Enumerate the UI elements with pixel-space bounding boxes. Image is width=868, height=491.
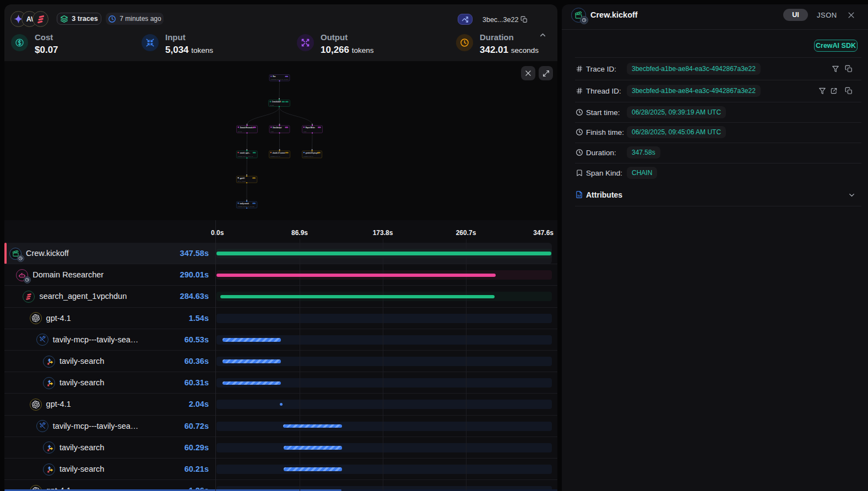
timeline-row-tavily-mcp---tavily-sea-[interactable]: tavily-mcp---tavily-sea…60.53s (4, 329, 557, 351)
graph-node-gpt[interactable]: gpt-4.1gpt-4.1 - openai (236, 176, 257, 183)
graph-node-claude[interactable]: claude-3.7-sonnet06/28/25, 09:44 AM (269, 150, 290, 158)
hash-icon (576, 87, 583, 95)
span-name: Crew.kickoff (26, 243, 69, 264)
last-updated-chip: 7 minutes ago (106, 13, 164, 25)
field-value[interactable]: 06/28/2025, 09:39:19 AM UTC (627, 106, 726, 118)
field-value[interactable]: 3becbfed-a1be-ae84-ea3c-4942867a3e22 (627, 85, 761, 97)
field-divider (575, 57, 861, 58)
span-name: Domain Researcher (32, 264, 104, 286)
trace-analytics-button[interactable] (458, 14, 473, 25)
field-value[interactable]: 3becbfed-a1be-ae84-ea3c-4942867a3e22 (627, 63, 761, 75)
field-label: Trace ID: (586, 64, 616, 73)
timeline-row-crew.kickoff[interactable]: Crew.kickoff347.58s (4, 243, 557, 264)
svg-text:290.01s: 290.01s (238, 131, 242, 132)
duration-track (216, 465, 552, 474)
svg-text:gpt-4.1 - openai: gpt-4.1 - openai (238, 181, 246, 182)
expand-icon (542, 70, 550, 77)
copy-button[interactable] (845, 65, 853, 73)
tab-json[interactable]: JSON (817, 11, 837, 19)
graph-node-data[interactable]: Data Analyst1 task (269, 125, 290, 133)
graph-node-search[interactable]: search_agen...06/28/25, 09:39 AM - 09:44… (236, 150, 257, 159)
duration-bar[interactable] (283, 424, 341, 428)
input-icon (142, 34, 159, 51)
filter-button[interactable] (818, 87, 826, 95)
file-chart-icon (575, 190, 583, 199)
span-duration: 60.53s (185, 329, 209, 351)
crewai-avatar (32, 11, 48, 27)
graph-node-tavily[interactable]: tavily-search06/28/25, 09:39:25 AM - 09:… (236, 201, 257, 209)
timeline-row-gpt-4.1[interactable]: gpt-4.12.04s (4, 394, 557, 415)
collapse-header-button[interactable] (539, 31, 547, 39)
graph-edge (279, 107, 312, 126)
crewai-row-icon (23, 291, 35, 303)
field-span-kind: Span Kind:CHAIN (562, 163, 868, 183)
svg-text:Report Writer: Report Writer (306, 127, 315, 129)
axis-tick-label: 347.6s (533, 229, 554, 237)
tools-row-icon (36, 334, 48, 346)
svg-text:gpt-4.1: gpt-4.1 (240, 177, 245, 179)
edge-endpoint (312, 124, 313, 125)
history-clock-icon (582, 18, 587, 23)
timeline-row-tavily-search[interactable]: tavily-search60.29s (4, 437, 557, 459)
span-name: search_agent_1vpchdun (39, 286, 127, 307)
span-name: gpt-4.1 (46, 394, 71, 415)
span-detail-panel: Crew.kickoff UI JSON CrewAI SDK Trace ID… (562, 4, 868, 491)
timeline-row-tavily-search[interactable]: tavily-search60.31s (4, 372, 557, 394)
history-clock-icon (17, 255, 25, 263)
tab-ui[interactable]: UI (783, 9, 808, 21)
graph-node-domain[interactable]: Domain Research...290.01s (237, 125, 258, 133)
field-thread-id: Thread ID:3becbfed-a1be-ae84-ea3c-494286… (562, 80, 868, 102)
svg-text:Crew.kickoff: Crew.kickoff (272, 101, 281, 103)
timeline-row-gpt-4.1[interactable]: gpt-4.11.54s (4, 308, 557, 329)
timeline-row-domain-researcher[interactable]: Domain Researcher290.01s (4, 264, 557, 286)
trace-header: A\ 3 traces 7 minutes ago 3bec...3e22 Co… (4, 4, 557, 61)
span-duration-badge-icon (580, 16, 588, 24)
copy-button[interactable] (845, 87, 853, 95)
graph-node-run[interactable]: Run06/28/2025, 09:39:19 AM - 09:45:06 (269, 75, 290, 81)
tavily-row-icon (43, 463, 55, 476)
graph-edge (247, 107, 280, 126)
graph-expand-button[interactable] (539, 66, 553, 80)
svg-text:347.58s: 347.58s (270, 105, 274, 106)
graph-node-report[interactable]: Report Writer1 task (302, 125, 323, 133)
field-trace-id: Trace ID:3becbfed-a1be-ae84-ea3c-4942867… (562, 57, 868, 80)
graph-node-crew[interactable]: Crew.kickoff347.58s (269, 100, 290, 107)
cost-icon (11, 34, 28, 51)
timeline-row-tavily-search[interactable]: tavily-search60.36s (4, 351, 557, 372)
panel-close-button[interactable] (847, 11, 855, 19)
duration-bar[interactable] (220, 295, 495, 299)
traces-count-chip[interactable]: 3 traces (57, 13, 101, 25)
copy-trace-id-button[interactable] (520, 16, 528, 23)
edge-endpoint (312, 149, 313, 150)
duration-bar[interactable] (284, 446, 341, 450)
axis-tick-label: 0.0s (211, 229, 224, 237)
sdk-badge: CrewAI SDK (814, 40, 858, 52)
external-button[interactable] (830, 87, 838, 95)
timeline-row-search-agent-1vpchdun[interactable]: search_agent_1vpchdun284.63s (4, 286, 557, 307)
duration-bar[interactable] (216, 274, 496, 277)
field-value[interactable]: CHAIN (627, 167, 657, 179)
duration-bar[interactable] (284, 467, 341, 471)
span-name: gpt-4.1 (46, 308, 71, 329)
duration-bar[interactable] (223, 359, 281, 363)
axis-tick-label: 86.9s (291, 229, 308, 237)
field-value[interactable]: 06/28/2025, 09:45:06 AM UTC (627, 126, 726, 138)
shuffle-icon (462, 15, 469, 23)
field-label: Finish time: (586, 128, 624, 137)
timeline-row-tavily-mcp---tavily-sea-[interactable]: tavily-mcp---tavily-sea…60.72s (4, 416, 557, 437)
graph-node-gemini[interactable]: gemini-2.5-pro-pr...06/28/25, 09:45 AM (302, 150, 322, 158)
graph-close-button[interactable] (521, 66, 535, 80)
tools-row-icon (36, 420, 48, 432)
duration-bar[interactable] (223, 338, 281, 342)
column-divider (215, 220, 216, 491)
timeline-row-tavily-search[interactable]: tavily-search60.21s (4, 459, 557, 480)
duration-bar[interactable] (223, 381, 280, 385)
duration-bar[interactable] (216, 252, 551, 255)
field-value[interactable]: 347.58s (627, 146, 660, 159)
trace-graph[interactable]: Run06/28/2025, 09:39:19 AM - 09:45:06Cre… (4, 61, 557, 220)
svg-text:search_agen...: search_agen... (240, 152, 251, 154)
attributes-row[interactable]: Attributes (562, 183, 868, 206)
metric-value: $0.07 (35, 45, 58, 56)
filter-button[interactable] (832, 65, 839, 73)
panel-title: Crew.kickoff (590, 10, 638, 19)
